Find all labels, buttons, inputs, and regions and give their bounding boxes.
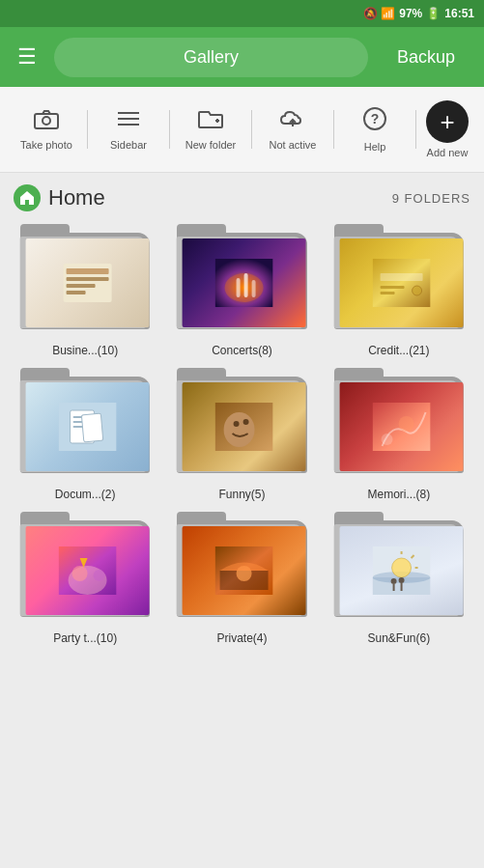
toolbar: Take photo Sidebar New folder (0, 87, 484, 173)
divider-3 (251, 110, 252, 149)
not-active-label: Not active (270, 139, 317, 151)
divider-5 (415, 110, 416, 149)
svg-rect-13 (67, 284, 96, 288)
folder-thumbnail (12, 223, 158, 339)
svg-point-42 (94, 570, 105, 581)
add-circle-icon: + (426, 100, 469, 143)
folder-thumbnail (168, 223, 315, 339)
svg-point-49 (391, 558, 411, 577)
help-button[interactable]: ? Help (336, 102, 413, 156)
menu-button[interactable]: ☰ (10, 37, 44, 77)
folder-item[interactable]: Private(4) (168, 511, 315, 645)
svg-point-34 (243, 419, 249, 425)
svg-point-53 (390, 578, 396, 584)
main-content: Home 9 FOLDERS Busine...(10 (0, 173, 484, 868)
home-title: Home (14, 184, 105, 211)
divider-2 (169, 110, 170, 149)
folder-thumbnail (168, 367, 315, 483)
folders-count: 9 FOLDERS (392, 191, 470, 206)
svg-point-36 (381, 434, 392, 445)
battery-icon: 🔋 (426, 7, 441, 20)
svg-rect-11 (67, 268, 109, 274)
svg-rect-18 (244, 273, 248, 297)
folder-thumbnail (326, 511, 472, 627)
svg-rect-17 (237, 278, 241, 297)
svg-rect-23 (380, 292, 394, 294)
not-active-button[interactable]: Not active (254, 104, 331, 154)
svg-point-32 (224, 412, 255, 447)
folder-name: Busine...(10) (52, 344, 118, 357)
take-photo-button[interactable]: Take photo (8, 104, 85, 154)
folder-name: Credit...(21) (368, 344, 429, 357)
svg-point-1 (43, 117, 50, 125)
backup-tab[interactable]: Backup (378, 38, 474, 77)
help-label: Help (364, 141, 386, 153)
svg-point-33 (234, 421, 240, 427)
add-new-button[interactable]: + Add new (418, 97, 476, 162)
new-folder-label: New folder (185, 139, 237, 151)
folder-thumbnail (12, 511, 158, 627)
svg-rect-12 (67, 277, 109, 281)
folder-thumbnail (168, 511, 315, 627)
home-icon (14, 184, 41, 211)
folder-item[interactable]: Credit...(21) (326, 223, 472, 357)
divider-1 (87, 110, 88, 149)
folder-name: Memori...(8) (367, 488, 430, 501)
status-icons: 🔕 📶 (363, 7, 395, 20)
folder-item[interactable]: Memori...(8) (326, 367, 472, 501)
svg-rect-22 (380, 286, 404, 289)
folder-item[interactable]: Funny(5) (168, 367, 315, 501)
folder-item[interactable]: Busine...(10) (12, 223, 158, 357)
time: 16:51 (444, 7, 474, 20)
svg-rect-20 (372, 259, 430, 307)
folder-item[interactable]: Concerts(8) (168, 223, 315, 357)
folders-grid: Busine...(10) (12, 223, 472, 645)
help-icon: ? (362, 106, 387, 137)
battery-level: 97% (399, 7, 422, 20)
folder-thumbnail (326, 223, 472, 339)
folder-name: Sun&Fun(6) (367, 631, 430, 645)
svg-rect-30 (82, 413, 103, 442)
folder-name: Funny(5) (218, 488, 265, 501)
folder-item[interactable]: Sun&Fun(6) (326, 511, 472, 645)
svg-point-40 (72, 566, 88, 581)
divider-4 (333, 110, 334, 149)
folder-name: Private(4) (216, 631, 267, 645)
app-header: ☰ Gallery Backup (0, 27, 484, 87)
new-folder-button[interactable]: New folder (172, 104, 249, 154)
gallery-tab[interactable]: Gallery (54, 38, 368, 77)
folder-name: Concerts(8) (212, 344, 272, 357)
home-title-text: Home (48, 185, 105, 210)
svg-point-55 (398, 577, 404, 583)
sidebar-button[interactable]: Sidebar (90, 104, 167, 154)
folder-name: Party t...(10) (53, 631, 117, 645)
svg-point-24 (412, 286, 421, 295)
folder-thumbnail (12, 367, 158, 483)
svg-rect-21 (380, 273, 422, 281)
svg-rect-19 (252, 280, 256, 297)
take-photo-label: Take photo (20, 139, 72, 151)
sidebar-icon (116, 108, 141, 135)
folder-item[interactable]: Docum...(2) (12, 367, 158, 501)
svg-rect-14 (67, 291, 86, 294)
add-new-label: Add new (427, 147, 469, 158)
sidebar-label: Sidebar (110, 139, 147, 151)
status-bar: 🔕 📶 97% 🔋 16:51 (0, 0, 484, 27)
home-header: Home 9 FOLDERS (12, 184, 472, 211)
svg-point-37 (398, 416, 413, 432)
folder-thumbnail (326, 367, 472, 483)
folder-item[interactable]: Party t...(10) (12, 511, 158, 645)
svg-text:?: ? (371, 111, 380, 126)
folder-name: Docum...(2) (55, 488, 116, 501)
camera-icon (34, 108, 59, 135)
new-folder-icon (197, 108, 224, 135)
cloud-icon (279, 108, 306, 135)
